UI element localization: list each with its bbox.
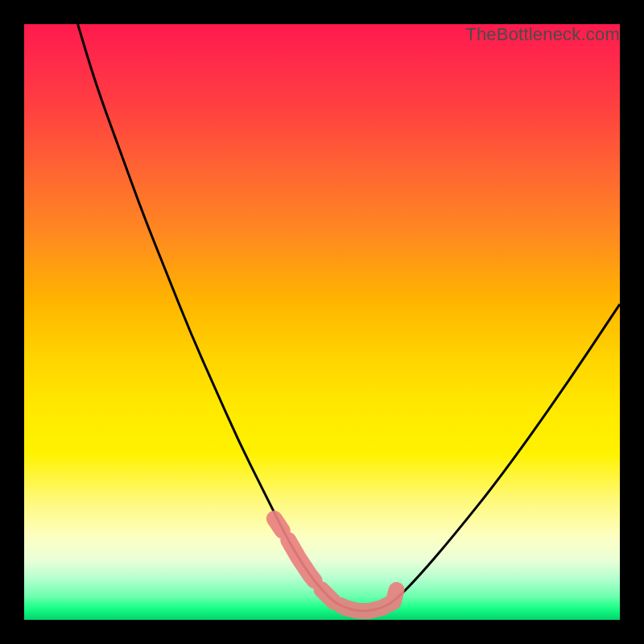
bottleneck-curve xyxy=(78,24,620,611)
plot-area xyxy=(24,24,620,620)
chart-frame: TheBottleneck.com xyxy=(0,0,644,644)
watermark-text: TheBottleneck.com xyxy=(465,24,620,45)
highlight-band xyxy=(275,518,397,611)
curve-layer xyxy=(24,24,620,620)
